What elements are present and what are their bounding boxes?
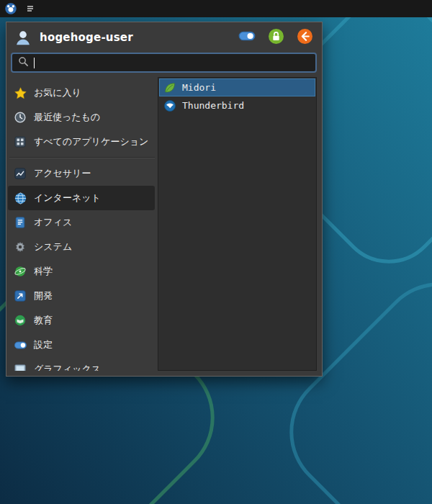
menu-header: hogehoge-user bbox=[6, 22, 322, 50]
username-label: hogehoge-user bbox=[40, 31, 231, 44]
desktop: hogehoge-user bbox=[0, 0, 432, 504]
utilities-graph-icon bbox=[13, 166, 27, 181]
star-icon bbox=[13, 86, 27, 100]
globe-green-icon bbox=[13, 313, 27, 328]
atom-green-icon bbox=[13, 264, 27, 279]
gear-icon bbox=[13, 240, 27, 254]
midori-leaf-icon bbox=[163, 81, 176, 94]
app-item-midori[interactable]: Midori bbox=[159, 78, 315, 96]
sidebar-item-recent[interactable]: 最近使ったもの bbox=[6, 105, 158, 130]
sidebar-item-label: すべてのアプリケーション bbox=[34, 135, 148, 148]
thunderbird-bird-icon bbox=[163, 99, 176, 112]
sidebar-item-label: 科学 bbox=[34, 265, 53, 278]
menu-content: お気に入り 最近使ったもの bbox=[6, 77, 322, 376]
sidebar-item-label: システム bbox=[34, 240, 72, 253]
category-separator bbox=[9, 157, 155, 158]
app-item-label: Midori bbox=[182, 82, 216, 93]
sidebar-item-education[interactable]: 教育 bbox=[6, 308, 158, 333]
sidebar-item-label: お気に入り bbox=[34, 86, 81, 99]
sidebar-item-internet[interactable]: インターネット bbox=[8, 186, 155, 210]
sidebar-item-accessories[interactable]: アクセサリー bbox=[6, 161, 158, 186]
user-avatar-icon bbox=[14, 28, 32, 47]
toggle-switch-icon bbox=[238, 27, 256, 48]
globe-icon bbox=[13, 191, 27, 205]
text-caret bbox=[34, 58, 35, 68]
top-panel bbox=[0, 0, 432, 17]
sidebar-item-label: グラフィックス bbox=[34, 363, 101, 371]
sidebar-item-development[interactable]: 開発 bbox=[6, 284, 158, 308]
app-item-label: Thunderbird bbox=[182, 100, 244, 111]
sidebar-item-settings[interactable]: 設定 bbox=[6, 333, 158, 357]
settings-button[interactable] bbox=[238, 29, 256, 46]
toggle-switch-icon bbox=[13, 338, 27, 352]
whisker-menu: hogehoge-user bbox=[6, 22, 323, 377]
menu-header-actions bbox=[238, 29, 313, 46]
sidebar-item-label: インターネット bbox=[34, 192, 101, 204]
logout-button[interactable] bbox=[296, 29, 313, 46]
panel-notes-button[interactable] bbox=[23, 1, 37, 16]
sidebar-item-label: 設定 bbox=[34, 338, 53, 351]
sidebar-item-science[interactable]: 科学 bbox=[6, 259, 158, 284]
sidebar-item-system[interactable]: システム bbox=[6, 235, 158, 259]
arrow-up-right-icon bbox=[13, 289, 27, 303]
sidebar-item-favorites[interactable]: お気に入り bbox=[6, 81, 158, 105]
app-grid-icon bbox=[13, 135, 27, 149]
lock-screen-button[interactable] bbox=[267, 29, 284, 46]
sidebar-item-office[interactable]: オフィス bbox=[6, 210, 158, 235]
xubuntu-logo-icon bbox=[4, 2, 17, 15]
sidebar-item-label: オフィス bbox=[34, 216, 72, 229]
search-row bbox=[6, 50, 322, 77]
padlock-icon bbox=[268, 28, 284, 48]
sidebar-item-label: 最近使ったもの bbox=[34, 111, 100, 124]
search-field[interactable] bbox=[11, 53, 317, 73]
category-list: お気に入り 最近使ったもの bbox=[6, 77, 158, 371]
sidebar-item-graphics[interactable]: グラフィックス bbox=[6, 357, 158, 371]
sidebar-item-all-applications[interactable]: すべてのアプリケーション bbox=[6, 130, 158, 154]
back-arrow-icon bbox=[297, 28, 313, 48]
notes-lines-icon bbox=[26, 4, 35, 13]
document-icon bbox=[13, 215, 27, 230]
search-input[interactable] bbox=[40, 58, 310, 68]
monitor-icon bbox=[13, 362, 27, 371]
sidebar-item-label: 教育 bbox=[34, 314, 53, 327]
whisker-menu-button[interactable] bbox=[4, 1, 18, 16]
app-item-thunderbird[interactable]: Thunderbird bbox=[159, 96, 315, 114]
clock-icon bbox=[13, 110, 27, 125]
sidebar-item-label: 開発 bbox=[34, 289, 53, 302]
magnifier-icon bbox=[18, 56, 29, 70]
application-list: Midori Thunderbird bbox=[158, 77, 317, 371]
sidebar-item-label: アクセサリー bbox=[34, 167, 91, 180]
